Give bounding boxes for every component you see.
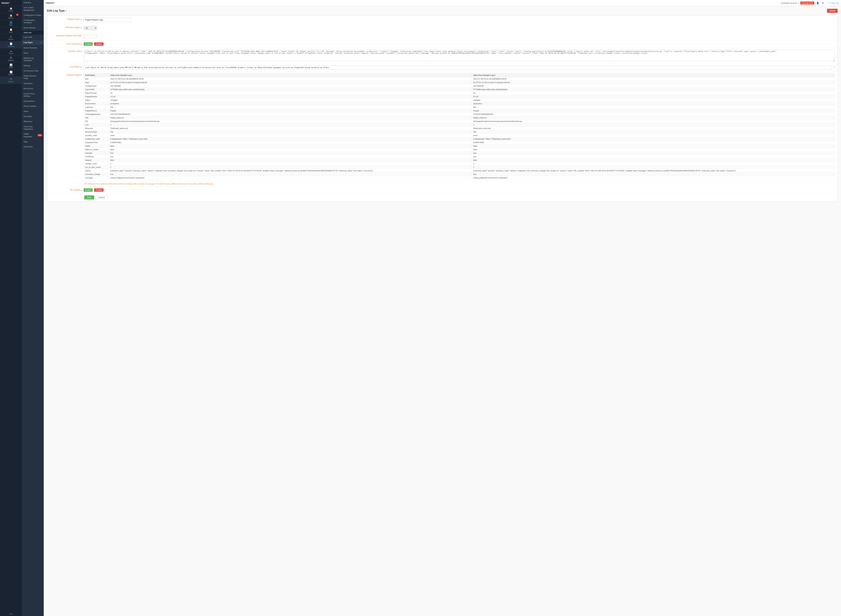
cancel-button[interactable]: Cancel — [95, 195, 107, 199]
upgrade-now-button[interactable]: Upgrade Now — [800, 1, 814, 4]
api-upload-info-icon[interactable]: ℹ — [81, 189, 82, 191]
log-profile-plus-icon[interactable]: + — [41, 36, 42, 38]
sidebar-item-my-account[interactable]: My Account › — [22, 86, 44, 91]
val2-cell: Using configured environment 'production… — [472, 176, 835, 180]
page-title: Edit Log Type — [47, 9, 65, 12]
auto-discovery-info-icon[interactable]: ℹ — [81, 43, 82, 45]
sidebar-item-it-automation-label: IT Automation Templates — [23, 19, 41, 24]
nav-metrics[interactable]: 📈 Metrics — [0, 70, 22, 77]
sample-logs-info-icon[interactable]: ℹ — [81, 50, 82, 53]
sidebar-item-subscriptions[interactable]: Subscriptions — [22, 98, 44, 104]
api-upload-disable-button[interactable]: Disable — [94, 188, 104, 192]
val1-cell: ["Stage[main]","Main","File[/tmp/it_work… — [109, 137, 472, 141]
nav-bulk[interactable]: 📋 Bulk — [0, 27, 22, 34]
sidebar-item-share[interactable]: Share › — [22, 109, 44, 114]
sidebar-item-saved-searches[interactable]: Saved Searches + — [22, 45, 44, 50]
nav-home[interactable]: 🏠 Home — [0, 6, 22, 13]
page-title-row: Edit Log Type ℹ — [47, 9, 67, 12]
sidebar-item-developer[interactable]: Developer › — [22, 114, 44, 119]
applogs-icon: 📄 — [10, 43, 12, 45]
settings-button[interactable]: ⚙ — [821, 1, 825, 5]
sidebar-item-alerts[interactable]: Alerts — [22, 50, 44, 56]
sidebar-item-third-party[interactable]: Third-Party Integrations — [22, 124, 44, 132]
auto-discovery-enable-button[interactable]: Enable — [84, 43, 93, 46]
sidebar-item-milestones-label: Milestones — [23, 120, 32, 123]
log-pattern-input[interactable] — [84, 65, 832, 70]
sidebar-item-milestones[interactable]: Milestones — [22, 119, 44, 124]
sidebar-item-tags[interactable]: Tags — [22, 139, 44, 144]
sample-output-info-icon[interactable]: ℹ — [81, 74, 82, 76]
nav-cloud[interactable]: ☁ Cloud — [0, 48, 22, 56]
page-title-info-icon[interactable]: ℹ — [66, 10, 67, 12]
sample-logs-row: Sample Logs ℹ [{"host":"ip-172-31-13-154… — [47, 48, 838, 63]
auto-discovery-disable-button[interactable]: Disable — [94, 43, 104, 46]
sidebar-item-it-automation[interactable]: IT Automation Templates › — [22, 18, 44, 25]
sidebar-item-settings[interactable]: Settings — [22, 63, 44, 68]
sidebar-item-log-profile[interactable]: Log Profile + — [22, 34, 44, 40]
operations-chevron-icon: › — [41, 82, 42, 84]
nav-bulk-label: Bulk — [9, 31, 12, 33]
val2-cell: 6775bf60-a3ae-4b80-a15e-c8e602af16da — [472, 88, 835, 91]
log-pattern-help-icon[interactable]: ? — [834, 66, 835, 69]
api-upload-enable-button[interactable]: Enable — [84, 188, 93, 192]
nav-rum[interactable]: 📊 RUM — [0, 63, 22, 70]
sidebar-item-related-log-templates[interactable]: Related Log Templates › — [22, 56, 44, 63]
table-row: Line 1 1 — [84, 123, 835, 127]
topbar-left: Site24x7 — [46, 2, 55, 4]
sidebar-item-operations[interactable]: Operations › — [22, 81, 44, 86]
page-tips-label: Page Tips — [831, 2, 839, 4]
sidebar-item-cmdb[interactable]: CMDB Integration NEW — [22, 132, 44, 139]
sidebar-item-user-alert[interactable]: User & Alert Management › — [22, 5, 44, 13]
sidebar-item-downloads[interactable]: Downloads — [22, 144, 44, 149]
sidebar-item-mobile-network-poller[interactable]: Mobile Network Poller › — [22, 73, 44, 81]
sample-logs-textarea[interactable]: [{"host":"ip-172-31-13-154.us-east-2.com… — [84, 50, 835, 62]
display-name-info-icon[interactable]: ℹ — [81, 18, 82, 21]
max-upload-input[interactable] — [84, 34, 97, 38]
sidebar-item-control-panel[interactable]: Control Panel Settings — [22, 91, 44, 99]
val2-cell: production — [472, 102, 835, 106]
nav-server[interactable]: 🖥 Server — [0, 34, 22, 41]
table-row: Resource File[/tmp/it_works.txt] File[/t… — [84, 127, 835, 130]
log-pattern-info-icon[interactable]: ℹ — [81, 66, 82, 68]
nav-applogs[interactable]: 📄 AppLogs — [0, 41, 22, 48]
inventory-chevron-icon: › — [41, 1, 42, 3]
max-upload-label: Maximum Upload Limit (GB) — [50, 34, 84, 37]
nav-web[interactable]: 🌐 Web — [0, 20, 22, 27]
save-button[interactable]: Save — [84, 195, 94, 199]
sidebar-item-log-types[interactable]: Log Types + — [22, 40, 44, 45]
sidebar-item-config-profiles[interactable]: Configuration Profiles › — [22, 13, 44, 18]
sidebar-item-server-monitor[interactable]: Server Monitor › — [22, 25, 44, 30]
table-row: Environment production production — [84, 102, 835, 106]
nav-admin[interactable]: ⚙ Admin — [0, 77, 22, 84]
user-alert-chevron-icon: › — [41, 8, 42, 10]
display-name-input[interactable] — [84, 18, 131, 22]
field-name-cell: ReportFormat — [84, 91, 109, 95]
form-actions: Save Cancel — [47, 194, 838, 201]
delete-button[interactable]: Delete — [827, 9, 838, 13]
user-profile-button[interactable]: 👤 — [816, 1, 820, 5]
sidebar-item-report-settings[interactable]: Report Settings › — [22, 104, 44, 109]
web-icon: 🌐 — [10, 21, 12, 24]
table-row: ResourceType File File — [84, 130, 835, 134]
val2-cell: false — [472, 144, 835, 148]
retention-select[interactable]: 10 30 60 — [84, 26, 97, 30]
val1-cell: 10 — [109, 91, 472, 95]
val1-cell: false — [109, 158, 472, 162]
field-name-cell: message — [84, 176, 109, 180]
val1-cell: true — [109, 155, 472, 158]
page-tips-link[interactable]: 📄 Page Tips — [828, 2, 839, 4]
sidebar-item-on-premise-poller[interactable]: On-Premise Poller › — [22, 68, 44, 73]
nav-alarms[interactable]: 🔔 1 Alarms — [0, 13, 22, 20]
sidebar-item-inventory[interactable]: Inventory › — [22, 0, 44, 5]
retention-info-icon[interactable]: ℹ — [81, 26, 82, 29]
sidebar-item-share-label: Share — [23, 110, 28, 113]
cloud-icon: ☁ — [10, 50, 12, 52]
saved-searches-plus-icon[interactable]: + — [41, 46, 42, 49]
sidebar-item-saved-searches-label: Saved Searches — [23, 47, 37, 49]
edit-log-type-form: Display Name ℹ Retention (days) ℹ 10 30 — [47, 15, 838, 201]
log-types-plus-icon[interactable]: + — [41, 41, 42, 44]
nav-network[interactable]: 🔌 Network — [0, 56, 22, 63]
alarms-badge: 1 — [16, 14, 19, 16]
my-account-chevron-icon: › — [41, 88, 42, 89]
val2-cell: 1 — [472, 166, 835, 169]
